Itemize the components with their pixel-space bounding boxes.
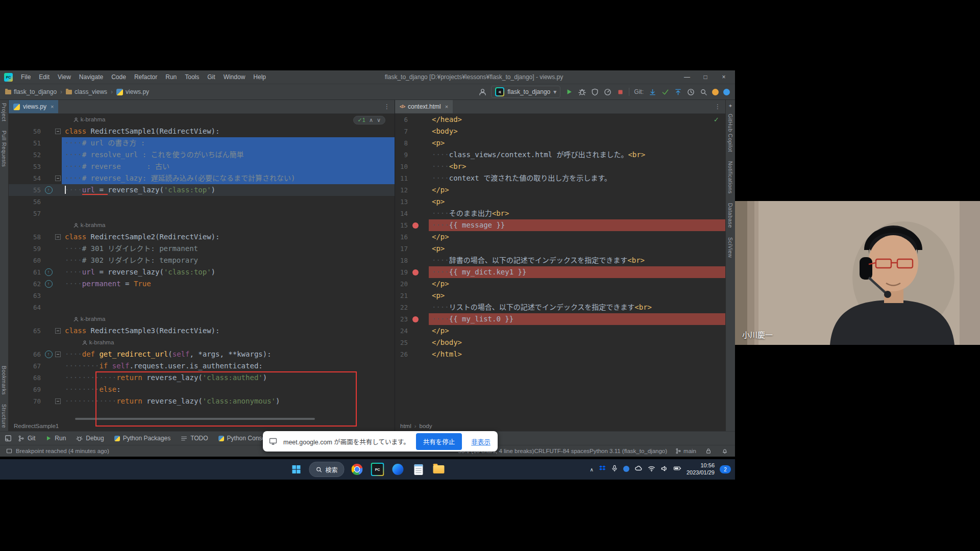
taskbar-search[interactable]: 検索 bbox=[309, 462, 344, 477]
line-number[interactable]: 20 bbox=[395, 278, 410, 290]
code-text[interactable]: ····url = reverse_lazy('class:top') bbox=[62, 184, 395, 196]
tab-views-py[interactable]: views.py × bbox=[9, 100, 58, 113]
code-text[interactable]: ····{{ message }} bbox=[429, 219, 725, 231]
override-marker-icon[interactable]: ↑ bbox=[43, 350, 54, 358]
code-line[interactable]: 7<body> bbox=[395, 126, 725, 137]
menu-item[interactable]: View bbox=[54, 72, 75, 82]
line-number[interactable]: 69 bbox=[9, 384, 43, 395]
code-line[interactable]: 23····{{ my_list.0 }} bbox=[395, 313, 725, 325]
gutter[interactable]: 56 bbox=[9, 196, 62, 208]
breakpoint-icon[interactable] bbox=[410, 269, 421, 276]
gutter[interactable]: 16 bbox=[395, 231, 429, 243]
tool-window-tab[interactable]: Bookmarks bbox=[1, 366, 7, 395]
notepad-icon[interactable] bbox=[411, 462, 426, 477]
tool-window-tab[interactable]: Project bbox=[1, 103, 7, 121]
code-line[interactable]: 61↑····url = reverse_lazy('class:top') bbox=[9, 266, 395, 278]
code-text[interactable]: ············return reverse_lazy('class:a… bbox=[62, 372, 395, 384]
wifi-icon[interactable] bbox=[648, 465, 655, 474]
code-text[interactable] bbox=[62, 302, 395, 313]
gutter[interactable]: 57 bbox=[9, 208, 62, 219]
code-text[interactable]: ············return reverse_lazy('class:a… bbox=[62, 395, 395, 407]
code-text[interactable]: ····# 302 リダイレクト: temporary bbox=[62, 255, 395, 266]
code-text[interactable]: ····{{ my_dict.key1 }} bbox=[429, 266, 725, 278]
author-annotation-line[interactable]: k-brahma bbox=[9, 313, 395, 325]
code-line[interactable]: 14····そのまま出力<br> bbox=[395, 208, 725, 219]
gutter[interactable]: 64 bbox=[9, 302, 62, 313]
debug-button[interactable] bbox=[578, 88, 586, 96]
gutter[interactable]: 61↑ bbox=[9, 266, 62, 278]
gutter[interactable]: 70 bbox=[9, 395, 62, 407]
status-segment[interactable]: UTF-8 bbox=[549, 448, 566, 454]
tool-tab-run[interactable]: Run bbox=[41, 434, 70, 443]
gutter[interactable]: 9 bbox=[395, 149, 429, 161]
code-text[interactable]: ····# resolve_url : これを使うのがいちばん簡単 bbox=[62, 149, 395, 161]
search-everywhere-icon[interactable] bbox=[699, 88, 707, 96]
menu-item[interactable]: Refactor bbox=[130, 72, 161, 82]
gutter[interactable]: 68 bbox=[9, 372, 62, 384]
gutter[interactable]: 10 bbox=[395, 161, 429, 172]
author-annotation[interactable]: k-brahma bbox=[74, 219, 106, 231]
history-icon[interactable] bbox=[687, 88, 695, 96]
gutter[interactable]: 14 bbox=[395, 208, 429, 219]
stop-button[interactable] bbox=[616, 88, 624, 96]
gutter[interactable]: 22 bbox=[395, 302, 429, 313]
line-number[interactable]: 61 bbox=[9, 266, 43, 278]
line-number[interactable]: 19 bbox=[395, 266, 410, 278]
code-line[interactable]: 69········else: bbox=[9, 384, 395, 395]
code-text[interactable]: ····{{ my_list.0 }} bbox=[429, 313, 725, 325]
author-annotation-line[interactable]: k-brahma bbox=[9, 219, 395, 231]
code-text[interactable]: </p> bbox=[429, 231, 725, 243]
menu-item[interactable]: Edit bbox=[35, 72, 54, 82]
git-branch-indicator[interactable]: main bbox=[675, 448, 696, 454]
line-number[interactable]: 14 bbox=[395, 208, 410, 219]
code-line[interactable]: 51····# url の書き方 : bbox=[9, 137, 395, 149]
code-line[interactable]: 53····# reverse : 古い bbox=[9, 161, 395, 172]
code-text[interactable]: k-brahma bbox=[62, 114, 395, 126]
code-line[interactable]: 60····# 302 リダイレクト: temporary bbox=[9, 255, 395, 266]
dropbox-icon[interactable] bbox=[599, 465, 606, 474]
gutter[interactable]: 59 bbox=[9, 243, 62, 255]
tool-tab-python-packages[interactable]: Python Packages bbox=[110, 434, 175, 443]
notifications-bell-icon[interactable] bbox=[721, 447, 729, 455]
code-line[interactable]: 68············return reverse_lazy('class… bbox=[9, 372, 395, 384]
line-number[interactable]: 50 bbox=[9, 126, 43, 137]
line-number[interactable]: 11 bbox=[395, 172, 410, 184]
menu-item[interactable]: Run bbox=[161, 72, 181, 82]
line-number[interactable]: 6 bbox=[395, 114, 410, 126]
code-text[interactable]: ····url = reverse_lazy('class:top') bbox=[62, 266, 395, 278]
line-number[interactable]: 66 bbox=[9, 348, 43, 360]
line-number[interactable]: 63 bbox=[9, 290, 43, 302]
code-line[interactable]: 64 bbox=[9, 302, 395, 313]
footer-breadcrumb-item[interactable]: body bbox=[420, 423, 432, 429]
file-explorer-icon[interactable] bbox=[431, 462, 447, 477]
line-number[interactable]: 16 bbox=[395, 231, 410, 243]
line-number[interactable]: 24 bbox=[395, 325, 410, 337]
gutter[interactable]: 20 bbox=[395, 278, 429, 290]
hide-link[interactable]: 非表示 bbox=[468, 437, 494, 446]
gutter[interactable]: 60 bbox=[9, 255, 62, 266]
code-line[interactable]: 16</p> bbox=[395, 231, 725, 243]
code-line[interactable]: 9····class_views/context.html が呼び出されました。… bbox=[395, 149, 725, 161]
tool-window-tab[interactable]: Notifications bbox=[727, 161, 733, 194]
gutter[interactable]: 63 bbox=[9, 290, 62, 302]
start-button[interactable] bbox=[288, 462, 304, 477]
line-number[interactable]: 13 bbox=[395, 196, 410, 208]
line-number[interactable]: 22 bbox=[395, 302, 410, 313]
code-line[interactable]: 21<p> bbox=[395, 290, 725, 302]
breadcrumb-item[interactable]: flask_to_django bbox=[5, 88, 57, 95]
gutter[interactable]: 19 bbox=[395, 266, 429, 278]
line-number[interactable]: 51 bbox=[9, 137, 43, 149]
editor-options-icon[interactable]: ⋮ bbox=[379, 100, 395, 113]
line-number[interactable]: 54 bbox=[9, 172, 43, 184]
status-segment[interactable]: CRLF bbox=[534, 448, 549, 454]
onedrive-cloud-icon[interactable] bbox=[634, 464, 643, 474]
plugin-icon-orange[interactable] bbox=[712, 89, 719, 95]
code-text[interactable]: </body> bbox=[429, 337, 725, 348]
profiler-button[interactable] bbox=[603, 88, 611, 96]
line-number[interactable]: 59 bbox=[9, 243, 43, 255]
code-line[interactable]: 8<p> bbox=[395, 137, 725, 149]
tool-window-tab[interactable]: SciView bbox=[727, 237, 733, 258]
code-line[interactable]: 62↑····permanent = True bbox=[9, 278, 395, 290]
code-text[interactable]: k-brahma bbox=[62, 313, 395, 325]
code-line[interactable]: 18····辞書の場合、以下の記述でインデックスを指定できます<br> bbox=[395, 255, 725, 266]
